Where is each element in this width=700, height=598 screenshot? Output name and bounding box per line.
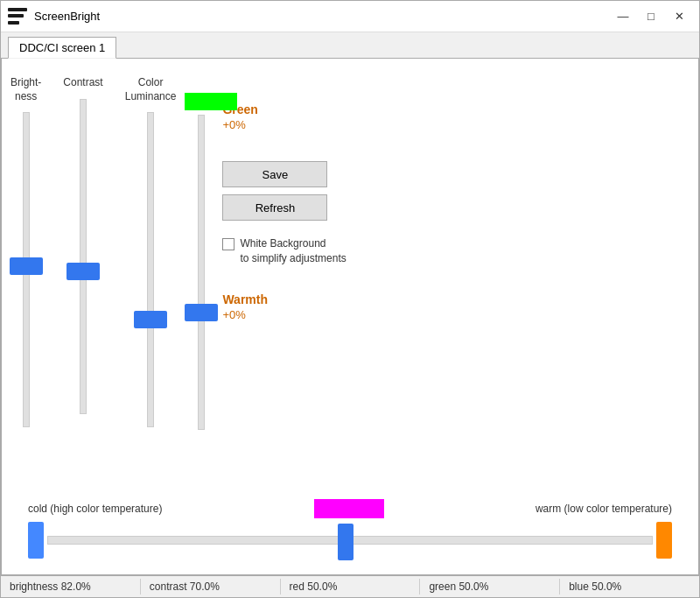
logo-bar-3	[8, 21, 19, 25]
status-blue: blue 50.0%	[560, 579, 699, 594]
brightness-track[interactable]	[23, 112, 30, 427]
warmth-label: Warmth	[222, 292, 268, 306]
white-background-checkbox[interactable]	[222, 238, 234, 250]
contrast-track[interactable]	[80, 99, 87, 414]
warmth-labels-row: cold (high color temperature) warm (low …	[19, 499, 681, 518]
green-color-indicator	[185, 93, 237, 110]
status-green: green 50.0%	[420, 579, 560, 594]
close-button[interactable]: ✕	[666, 7, 692, 26]
main-content: Bright- ness Contrast	[1, 58, 699, 575]
cold-end-bar	[28, 522, 44, 559]
window-controls: — □ ✕	[610, 7, 692, 26]
magenta-indicator	[314, 499, 384, 518]
contrast-thumb[interactable]	[66, 263, 100, 280]
right-panel: Green +0% Save Refresh White Background …	[205, 67, 424, 499]
color-luminance-label: Color Luminance	[125, 76, 177, 103]
main-window: ScreenBright — □ ✕ DDC/CI screen 1 Brigh…	[0, 0, 700, 598]
warm-label: warm (low color temperature)	[536, 503, 672, 515]
brightness-label: Bright- ness	[10, 76, 41, 103]
fourth-track[interactable]	[198, 115, 205, 430]
app-title: ScreenBright	[34, 10, 610, 23]
minimize-button[interactable]: —	[610, 7, 636, 26]
status-red: red 50.0%	[281, 579, 421, 594]
status-brightness: brightness 82.0%	[1, 579, 141, 594]
tab-ddc-ci-screen-1[interactable]: DDC/CI screen 1	[8, 37, 116, 59]
title-bar: ScreenBright — □ ✕	[1, 1, 699, 32]
brightness-thumb[interactable]	[10, 257, 43, 275]
tab-bar: DDC/CI screen 1	[1, 32, 699, 58]
status-bar: brightness 82.0% contrast 70.0% red 50.0…	[1, 575, 699, 597]
bottom-warmth-section: cold (high color temperature) warm (low …	[10, 499, 690, 566]
brightness-slider-col: Bright- ness	[10, 76, 41, 499]
contrast-slider-col: Contrast	[63, 76, 102, 499]
contrast-label: Contrast	[63, 76, 102, 90]
fourth-thumb[interactable]	[185, 304, 218, 321]
cold-label: cold (high color temperature)	[28, 503, 162, 515]
refresh-button[interactable]: Refresh	[222, 194, 327, 221]
warm-end-bar	[656, 522, 672, 559]
green-value: +0%	[222, 118, 257, 131]
warmth-value: +0%	[222, 308, 268, 321]
maximize-button[interactable]: □	[638, 7, 664, 26]
save-button[interactable]: Save	[222, 161, 327, 187]
color-luminance-thumb[interactable]	[134, 311, 167, 328]
logo-bar-2	[8, 14, 24, 18]
warmth-slider-row	[19, 522, 681, 559]
logo-bar-1	[8, 8, 27, 11]
vertical-sliders: Bright- ness Contrast	[10, 67, 205, 499]
fourth-slider-col	[198, 76, 205, 499]
color-luminance-slider-col: Color Luminance	[125, 76, 177, 499]
app-logo	[8, 7, 27, 26]
white-background-checkbox-row: White Background to simplify adjustments	[222, 236, 346, 266]
status-contrast: contrast 70.0%	[141, 579, 281, 594]
white-background-label: White Background to simplify adjustments	[240, 236, 346, 266]
warmth-thumb[interactable]	[338, 524, 354, 560]
color-luminance-track[interactable]	[147, 112, 154, 427]
warmth-track[interactable]	[47, 536, 653, 545]
